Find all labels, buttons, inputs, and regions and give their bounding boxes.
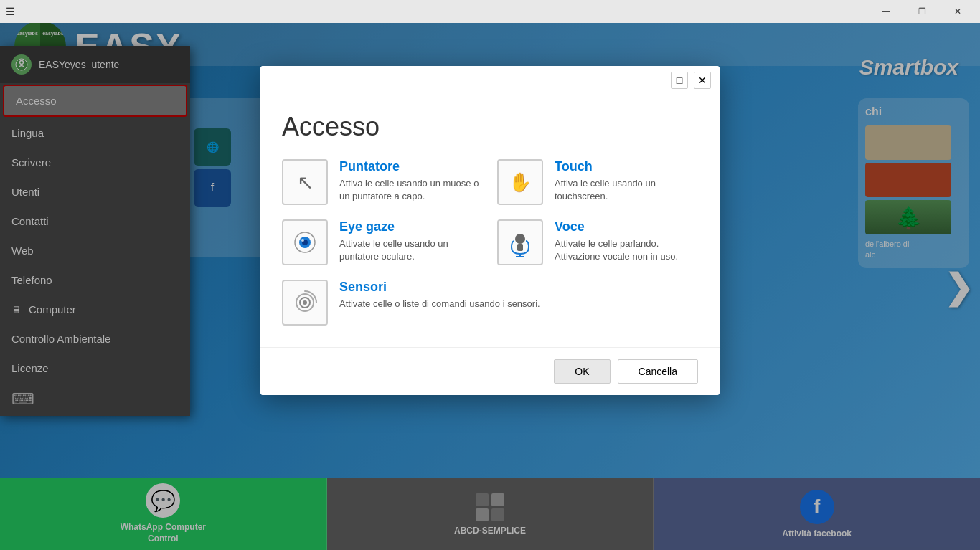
window-controls: — ❐ ✕	[870, 0, 974, 23]
access-option-voce[interactable]: Voce Attivate le celle parlando. Attivaz…	[497, 219, 698, 265]
sensori-info: Sensori Attivate celle o liste di comand…	[339, 280, 698, 310]
eyegaze-name: Eye gaze	[339, 219, 483, 234]
svg-point-5	[301, 239, 304, 242]
sensori-desc: Attivate celle o liste di comandi usando…	[339, 298, 698, 310]
access-option-touch[interactable]: ✋ Touch Attiva le celle usando un touchs…	[497, 159, 698, 205]
app-area: easylabs easylabs easylabs easy EASY Sma…	[0, 23, 980, 550]
eyegaze-desc: Attivate le celle usando un puntatore oc…	[339, 237, 483, 263]
puntatore-name: Puntatore	[339, 159, 483, 174]
restore-button[interactable]: ❐	[905, 0, 938, 23]
touch-desc: Attiva le celle usando un touchscreen.	[555, 177, 698, 203]
touch-icon: ✋	[497, 159, 543, 205]
modal-cancel-button[interactable]: Cancella	[618, 359, 698, 384]
puntatore-icon: ↖	[282, 159, 328, 205]
voce-name: Voce	[555, 219, 698, 234]
puntatore-info: Puntatore Attiva le celle usando un muos…	[339, 159, 483, 203]
touch-info: Touch Attiva le celle usando un touchscr…	[555, 159, 698, 203]
hamburger-icon[interactable]: ☰	[6, 6, 15, 17]
close-button[interactable]: ✕	[941, 0, 974, 23]
touch-name: Touch	[555, 159, 698, 174]
voce-icon	[497, 219, 543, 265]
puntatore-desc: Attiva le celle usando un muose o un pun…	[339, 177, 483, 203]
access-option-eyegaze[interactable]: Eye gaze Attivate le celle usando un pun…	[282, 219, 483, 265]
access-options-grid: ↖ Puntatore Attiva le celle usando un mu…	[282, 159, 698, 265]
svg-point-12	[303, 300, 307, 305]
access-option-sensori[interactable]: Sensori Attivate celle o liste di comand…	[282, 280, 698, 326]
modal-footer: OK Cancella	[260, 347, 720, 395]
title-bar: ☰ — ❐ ✕	[0, 0, 980, 23]
modal-title: Accesso	[282, 112, 698, 142]
sensori-icon	[282, 280, 328, 326]
accesso-modal: □ ✕ Accesso ↖ Puntatore Attiva le celle …	[260, 66, 720, 395]
eyegaze-info: Eye gaze Attivate le celle usando un pun…	[339, 219, 483, 263]
svg-rect-7	[517, 244, 523, 251]
access-option-puntatore[interactable]: ↖ Puntatore Attiva le celle usando un mu…	[282, 159, 483, 205]
voce-desc: Attivate le celle parlando. Attivazione …	[555, 237, 698, 263]
modal-content: Accesso ↖ Puntatore Attiva le celle usan…	[260, 95, 720, 347]
modal-close-btn[interactable]: ✕	[694, 72, 711, 89]
modal-ok-button[interactable]: OK	[554, 359, 610, 384]
eyegaze-icon	[282, 219, 328, 265]
modal-titlebar: □ ✕	[260, 66, 720, 95]
title-bar-left: ☰	[6, 6, 15, 17]
minimize-button[interactable]: —	[870, 0, 903, 23]
voce-info: Voce Attivate le celle parlando. Attivaz…	[555, 219, 698, 263]
sensori-name: Sensori	[339, 280, 698, 295]
modal-overlay: □ ✕ Accesso ↖ Puntatore Attiva le celle …	[0, 23, 980, 550]
modal-restore-btn[interactable]: □	[671, 72, 688, 89]
svg-point-6	[515, 234, 525, 244]
